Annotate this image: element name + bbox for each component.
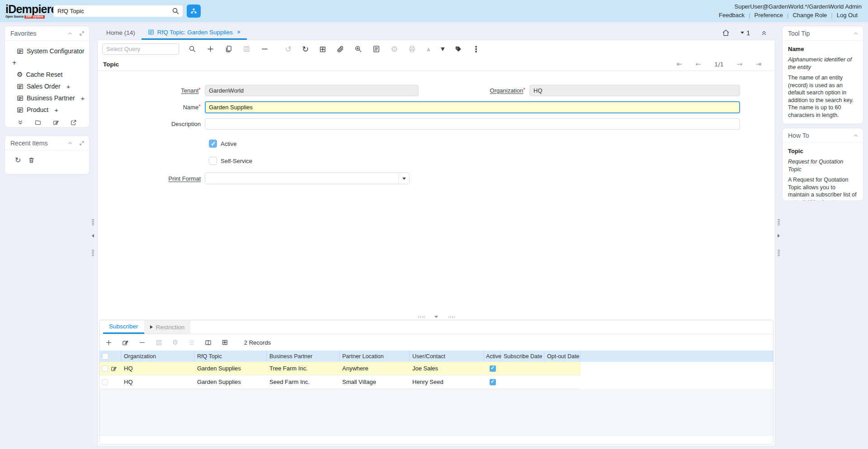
toggle-panel-icon[interactable] — [205, 339, 212, 346]
add-shortcut-icon[interactable]: + — [81, 94, 85, 102]
main-area: Home (14) RfQ Topic: Garden Supplies × 1 — [97, 26, 775, 449]
add-favorite-button[interactable]: + — [5, 57, 89, 69]
table-header-row: Organization RfQ Topic Business Partner … — [99, 351, 773, 362]
refresh-icon[interactable]: ↻ — [15, 157, 21, 164]
collapse-panel-icon[interactable] — [67, 140, 73, 146]
favorite-item-product[interactable]: Product + — [5, 104, 89, 116]
collapse-all-icon[interactable] — [761, 30, 767, 36]
more-options-icon[interactable]: ⋮ — [472, 44, 480, 54]
column-header[interactable]: Partner Location — [340, 351, 410, 362]
feedback-link[interactable]: Feedback — [715, 11, 749, 19]
expand-panel-icon[interactable] — [79, 140, 85, 146]
column-header[interactable]: Active — [484, 351, 501, 362]
column-header[interactable]: Organization — [121, 351, 194, 362]
column-header[interactable]: RfQ Topic — [194, 351, 267, 362]
trash-icon[interactable] — [28, 157, 35, 164]
detail-record-icon[interactable]: ▼ — [441, 44, 444, 54]
select-all-checkbox[interactable] — [102, 353, 108, 360]
attachment-icon[interactable] — [336, 44, 344, 54]
detail-toolbar: ⚙ ⊞ 2 Records — [99, 334, 773, 351]
delete-record-icon[interactable] — [261, 44, 269, 54]
chat-icon[interactable] — [373, 44, 380, 54]
table-row[interactable]: HQ Garden Supplies Seed Farm Inc. Small … — [99, 375, 580, 389]
tab-subscriber[interactable]: Subscriber — [103, 320, 144, 334]
select-query-input[interactable] — [103, 44, 179, 54]
collapse-panel-icon[interactable] — [67, 31, 73, 36]
tooltip-subtitle: Alphanumeric identifier of the entity — [788, 56, 858, 71]
detail-new-icon[interactable] — [105, 339, 112, 346]
folder-icon[interactable] — [35, 119, 41, 126]
sitemap-menu-button[interactable] — [187, 5, 201, 18]
edit-row-icon[interactable] — [111, 365, 117, 372]
expand-more-icon[interactable] — [17, 119, 24, 126]
organization-field[interactable] — [529, 85, 740, 96]
detail-delete-icon[interactable] — [139, 339, 146, 346]
favorite-item-sales-order[interactable]: Sales Order + — [5, 80, 89, 92]
column-header[interactable]: Opt-out Date — [544, 351, 580, 362]
name-field[interactable] — [205, 101, 740, 113]
copy-record-icon[interactable] — [225, 44, 232, 54]
zoom-across-icon[interactable] — [354, 44, 362, 54]
global-search-input[interactable] — [57, 8, 169, 14]
new-record-icon[interactable] — [207, 44, 214, 54]
collapse-panel-icon[interactable] — [853, 133, 859, 138]
search-icon[interactable] — [169, 5, 182, 17]
add-shortcut-icon[interactable]: + — [54, 106, 58, 114]
next-record-icon[interactable]: → — [737, 60, 743, 68]
table-scrollbar-area[interactable] — [99, 435, 773, 444]
column-header[interactable]: Business Partner — [267, 351, 340, 362]
row-checkbox[interactable] — [102, 379, 108, 385]
global-search — [53, 5, 183, 17]
active-checkbox[interactable] — [209, 140, 217, 148]
idempiere-logo: iDempiere Open Source ERP System — [5, 4, 49, 19]
tab-rfq-topic[interactable]: RfQ Topic: Garden Supplies × — [142, 26, 247, 40]
add-shortcut-icon[interactable]: + — [66, 83, 71, 90]
find-record-icon[interactable] — [189, 44, 196, 54]
right-splitter[interactable] — [777, 22, 780, 449]
first-record-icon[interactable]: ⇤ — [677, 60, 683, 68]
collapse-right-icon[interactable] — [778, 234, 780, 238]
table-row[interactable]: HQ Garden Supplies Tree Farm Inc. Anywhe… — [99, 362, 580, 375]
close-tab-icon[interactable]: × — [237, 28, 241, 36]
expand-grid-icon[interactable]: ⊞ — [222, 339, 227, 346]
gear-icon: ⚙ — [17, 71, 23, 78]
print-format-field[interactable] — [205, 173, 398, 184]
detail-edit-icon[interactable] — [122, 339, 129, 346]
column-header[interactable]: Subscribe Date — [501, 351, 544, 362]
edit-favorites-icon[interactable] — [53, 119, 59, 126]
label-icon[interactable] — [455, 44, 462, 54]
column-header[interactable]: User/Contact — [410, 351, 484, 362]
rfq-topic-window: ↺ ↻ ⊞ ⚙ ▲ ▼ ⋮ Topic ⇤ ← 1/1 → ⇥ — [97, 40, 775, 446]
previous-record-icon[interactable]: ← — [695, 60, 701, 68]
preference-link[interactable]: Preference — [750, 11, 787, 19]
row-checkbox[interactable] — [102, 365, 108, 372]
open-windows-dropdown[interactable]: 1 — [741, 29, 750, 37]
left-splitter[interactable] — [91, 22, 94, 449]
tab-home[interactable]: Home (14) — [100, 26, 142, 40]
favorite-item-business-partner[interactable]: Business Partner + — [5, 92, 89, 104]
expand-tab-icon — [150, 325, 153, 329]
tenant-field[interactable] — [205, 85, 419, 96]
logout-link[interactable]: Log Out — [833, 11, 862, 19]
last-record-icon[interactable]: ⇥ — [755, 60, 761, 68]
collapse-panel-icon[interactable] — [853, 31, 859, 36]
favorites-panel: Favorites System Configurator + ⚙ Cache … — [5, 26, 90, 128]
tab-restriction[interactable]: Restriction — [144, 320, 191, 334]
home-icon[interactable] — [722, 29, 730, 37]
change-role-link[interactable]: Change Role — [788, 11, 831, 19]
expand-panel-icon[interactable] — [79, 31, 85, 36]
grid-toggle-icon[interactable]: ⊞ — [319, 44, 326, 54]
active-checkbox[interactable] — [490, 365, 496, 372]
description-field[interactable] — [205, 118, 740, 130]
self-service-checkbox[interactable] — [209, 157, 217, 165]
refresh-icon[interactable]: ↻ — [302, 44, 309, 54]
print-format-dropdown-button[interactable] — [398, 173, 409, 184]
collapse-left-icon[interactable] — [92, 234, 94, 238]
share-icon[interactable] — [71, 119, 77, 126]
favorite-item-cache-reset[interactable]: ⚙ Cache Reset — [5, 69, 89, 80]
favorite-item-system-configurator[interactable]: System Configurator — [5, 45, 89, 57]
active-checkbox[interactable] — [490, 379, 496, 385]
window-icon — [148, 29, 154, 35]
collapse-detail-icon[interactable] — [434, 316, 438, 318]
detail-splitter[interactable] — [98, 314, 775, 320]
